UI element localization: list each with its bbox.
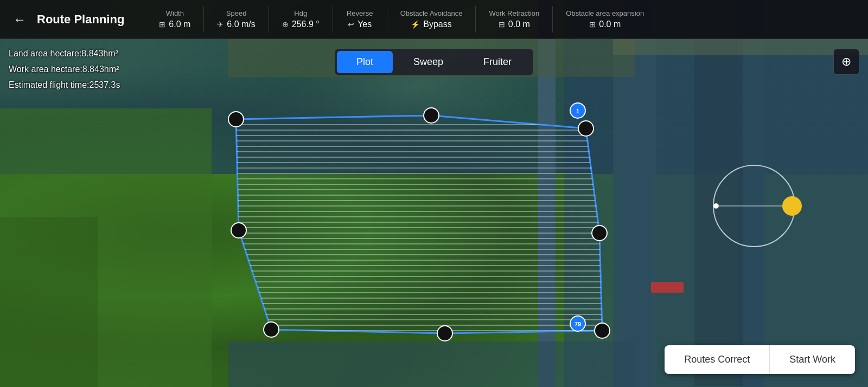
param-obstacle-expansion-value: ⊞ 0.0 m bbox=[589, 20, 621, 29]
param-speed-value: ✈ 6.0 m/s bbox=[217, 20, 255, 29]
param-work-retraction-value: ⊟ 0.0 m bbox=[499, 20, 530, 29]
width-icon: ⊞ bbox=[159, 20, 165, 29]
param-reverse[interactable]: Reverse ↩ Yes bbox=[333, 6, 387, 33]
header-params: Width ⊞ 6.0 m Speed ✈ 6.0 m/s Hdg ⊕ 2 bbox=[146, 6, 859, 33]
param-work-retraction-label: Work Retraction bbox=[489, 9, 539, 17]
tab-sweep[interactable]: Sweep bbox=[394, 51, 463, 73]
param-obstacle-expansion[interactable]: Obstacle area expansion ⊞ 0.0 m bbox=[553, 6, 657, 33]
map-container: 1 79 ← Route Planning Width ⊞ bbox=[0, 0, 868, 387]
param-speed-label: Speed bbox=[226, 9, 247, 17]
speed-icon: ✈ bbox=[217, 20, 224, 29]
crosshair-button[interactable]: ⊕ bbox=[833, 49, 859, 75]
param-obstacle-avoidance[interactable]: Obstacle Avoidance ⚡ Bypass bbox=[387, 6, 476, 33]
reverse-icon: ↩ bbox=[348, 20, 354, 29]
param-hdg-label: Hdg bbox=[294, 9, 307, 17]
header: ← Route Planning Width ⊞ 6.0 m Speed ✈ 6… bbox=[0, 0, 868, 39]
app-title: Route Planning bbox=[37, 12, 124, 27]
bottom-buttons: Routes Correct Start Work bbox=[665, 345, 855, 374]
tab-bar: Plot Sweep Fruiter bbox=[335, 49, 533, 75]
start-work-button[interactable]: Start Work bbox=[770, 345, 855, 374]
work-area-text: Work area hectare:8.843hm² bbox=[9, 62, 120, 78]
expansion-icon: ⊞ bbox=[589, 20, 596, 29]
param-speed[interactable]: Speed ✈ 6.0 m/s bbox=[204, 6, 269, 33]
info-panel: Land area hectare:8.843hm² Work area hec… bbox=[9, 46, 120, 93]
param-obstacle-avoidance-label: Obstacle Avoidance bbox=[400, 9, 463, 17]
back-button[interactable]: ← bbox=[9, 9, 30, 30]
param-obstacle-expansion-label: Obstacle area expansion bbox=[566, 9, 644, 17]
hdg-icon: ⊕ bbox=[282, 20, 289, 29]
flight-time-text: Estimated flight time:2537.3s bbox=[9, 78, 120, 93]
tab-fruiter[interactable]: Fruiter bbox=[464, 51, 531, 73]
param-width-value: ⊞ 6.0 m bbox=[159, 20, 190, 29]
param-hdg-value: ⊕ 256.9 ° bbox=[282, 20, 320, 29]
param-width-label: Width bbox=[166, 9, 184, 17]
retraction-icon: ⊟ bbox=[499, 20, 505, 29]
param-obstacle-avoidance-value: ⚡ Bypass bbox=[411, 20, 451, 29]
param-hdg[interactable]: Hdg ⊕ 256.9 ° bbox=[269, 6, 333, 33]
param-work-retraction[interactable]: Work Retraction ⊟ 0.0 m bbox=[476, 6, 553, 33]
param-width[interactable]: Width ⊞ 6.0 m bbox=[146, 6, 204, 33]
obstacle-icon: ⚡ bbox=[411, 20, 420, 29]
back-icon: ← bbox=[13, 12, 26, 27]
param-reverse-label: Reverse bbox=[347, 9, 373, 17]
tab-plot[interactable]: Plot bbox=[337, 51, 393, 73]
crosshair-icon: ⊕ bbox=[841, 55, 851, 69]
param-reverse-value: ↩ Yes bbox=[348, 20, 372, 29]
land-area-text: Land area hectare:8.843hm² bbox=[9, 46, 120, 62]
routes-correct-button[interactable]: Routes Correct bbox=[665, 345, 770, 374]
